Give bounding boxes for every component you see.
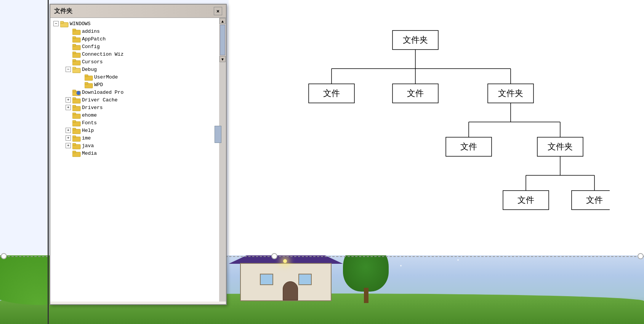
tree-item-ime[interactable]: + ime (50, 134, 219, 142)
item-label-media: Media (82, 151, 97, 156)
dialog-titlebar: 文件夹 × (50, 5, 226, 18)
svg-rect-47 (72, 90, 76, 92)
folder-icon-windows (60, 21, 68, 27)
tree-item-connectionwiz[interactable]: Connection Wiz (50, 50, 219, 58)
tree-item-java[interactable]: + java (50, 142, 219, 149)
scrollbar-up-button[interactable]: ▲ (219, 18, 226, 24)
tree-item-debug[interactable]: − Debug (50, 66, 219, 73)
folder-icon-usermode (85, 74, 92, 80)
tree-item-apppatch[interactable]: AppPatch (50, 35, 219, 43)
svg-rect-64 (72, 143, 76, 145)
svg-rect-43 (85, 75, 88, 77)
item-label-drivers: Drivers (82, 105, 103, 111)
sparkle-5 (400, 265, 402, 266)
tree-diagram-svg: 文件夹 文件 文件 文件夹 文件 文件夹 (267, 19, 610, 240)
svg-text:文件: 文件 (517, 195, 534, 205)
tree-illustration (343, 255, 389, 303)
dialog-title: 文件夹 (54, 7, 72, 15)
expand-icon-help[interactable]: + (66, 128, 71, 133)
expand-icon-ime[interactable]: + (66, 135, 71, 141)
sparkle-6 (457, 259, 459, 261)
tree-item-drivers[interactable]: + Drivers (50, 104, 219, 111)
tree-item-help[interactable]: + Help (50, 127, 219, 134)
folder-icon-ime (72, 135, 80, 141)
mid-scrollbar-handle[interactable] (215, 126, 221, 143)
item-label-downloadedpro: Downloaded Pro (82, 90, 123, 95)
tree-item-config[interactable]: Config (50, 43, 219, 50)
expand-icon-java[interactable]: + (66, 143, 71, 148)
expand-icon-drivers[interactable]: + (66, 105, 71, 110)
house-window-right (298, 274, 312, 285)
svg-rect-35 (72, 44, 76, 46)
dialog-content: − WINDOWS addins AppPatch Config Connect… (50, 18, 226, 302)
scrollbar-down-button[interactable]: ▼ (219, 56, 226, 62)
tree-trunk (364, 288, 368, 303)
svg-rect-58 (72, 120, 76, 122)
tree-item-fonts[interactable]: Fonts (50, 119, 219, 127)
folder-icon-cursors (72, 59, 80, 65)
item-label-connectionwiz: Connection Wiz (82, 51, 123, 57)
svg-rect-31 (72, 29, 76, 31)
svg-text:文件: 文件 (460, 142, 477, 151)
tree-item-addins[interactable]: addins (50, 27, 219, 35)
tree-top (343, 255, 389, 292)
svg-rect-62 (72, 136, 76, 138)
svg-rect-66 (72, 151, 76, 153)
folder-icon-java (72, 143, 80, 149)
item-label-windows: WINDOWS (70, 21, 91, 27)
tree-item-downloadedpro[interactable]: Downloaded Pro (50, 88, 219, 96)
diagram-area: 文件夹 文件 文件 文件夹 文件 文件夹 (229, 0, 644, 255)
svg-text:文件: 文件 (586, 195, 603, 205)
close-button[interactable]: × (214, 7, 222, 15)
expand-icon-windows[interactable]: − (53, 21, 59, 26)
tree-item-cursors[interactable]: Cursors (50, 58, 219, 66)
folder-icon-ehome (72, 112, 80, 118)
item-label-java: java (82, 143, 94, 149)
house-door (283, 281, 298, 300)
svg-rect-37 (72, 52, 76, 54)
scrollbar-thumb[interactable] (220, 25, 225, 55)
svg-rect-33 (72, 37, 76, 38)
svg-rect-41 (72, 67, 76, 69)
folder-icon-config (72, 43, 80, 50)
tree-item-windows[interactable]: − WINDOWS (50, 20, 219, 27)
tree-item-media[interactable]: Media (50, 149, 219, 157)
item-label-debug: Debug (82, 67, 97, 72)
house-illustration (229, 255, 343, 301)
svg-text:文件夹: 文件夹 (498, 88, 523, 98)
item-label-cursors: Cursors (82, 59, 103, 65)
house-light (283, 259, 287, 263)
item-label-addins: addins (82, 29, 100, 34)
svg-rect-52 (72, 98, 76, 99)
house-body (240, 263, 332, 301)
circle-middle (271, 253, 277, 259)
folder-icon-wpd (85, 82, 92, 88)
expand-icon-debug[interactable]: − (66, 67, 71, 72)
item-label-config: Config (82, 44, 100, 50)
svg-text:文件: 文件 (407, 88, 424, 98)
folder-icon-drivercache (72, 97, 80, 103)
item-label-fonts: Fonts (82, 120, 97, 126)
item-label-ime: ime (82, 135, 91, 141)
left-border-line (48, 0, 49, 324)
svg-rect-29 (60, 21, 64, 23)
svg-rect-54 (72, 105, 76, 107)
house-window-left (260, 274, 273, 285)
tree-item-usermode[interactable]: UserMode (50, 73, 219, 81)
circle-right (638, 253, 644, 259)
folder-icon-help (72, 127, 80, 133)
item-label-apppatch: AppPatch (82, 36, 106, 42)
tree-item-wpd[interactable]: WPD (50, 81, 219, 88)
item-label-drivercache: Driver Cache (82, 97, 118, 103)
folder-icon-media (72, 150, 80, 156)
svg-rect-56 (72, 113, 76, 115)
item-label-help: Help (82, 128, 94, 133)
expand-icon-drivercache[interactable]: + (66, 97, 71, 103)
tree-panel[interactable]: − WINDOWS addins AppPatch Config Connect… (50, 18, 219, 302)
tree-item-drivercache[interactable]: + Driver Cache (50, 96, 219, 104)
folder-icon-connectionwiz (72, 51, 80, 57)
svg-text:文件夹: 文件夹 (548, 142, 573, 151)
svg-text:文件: 文件 (323, 88, 340, 98)
tree-item-ehome[interactable]: ehome (50, 111, 219, 119)
circle-left (1, 253, 7, 259)
